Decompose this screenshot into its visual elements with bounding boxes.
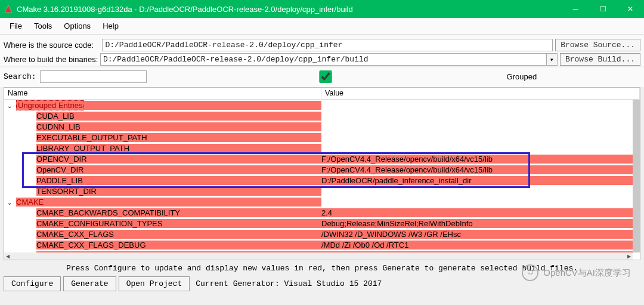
entry-name: EXECUTABLE_OUTPUT_PATH — [36, 133, 321, 142]
entry-name: CMAKE_CXX_FLAGS — [36, 230, 321, 239]
table-row[interactable]: PADDLE_LIBD:/PaddleOCR/paddle_inference_… — [4, 175, 633, 186]
expander-icon[interactable]: ⌄ — [4, 103, 15, 109]
entry-name: OPENCV_DIR — [36, 155, 321, 164]
source-label: Where is the source code: — [4, 41, 102, 50]
configure-button[interactable]: Configure — [4, 276, 61, 291]
cmake-logo-icon — [4, 4, 13, 14]
scroll-left-icon[interactable]: ◀ — [4, 252, 11, 260]
table-header: Name Value — [4, 88, 640, 100]
vertical-scrollbar[interactable] — [633, 100, 640, 252]
table-row[interactable]: CUDA_LIB — [4, 110, 633, 121]
entry-value[interactable]: D:/PaddleOCR/paddle_inference_install_di… — [321, 176, 633, 185]
build-label: Where to build the binaries: — [4, 55, 100, 64]
entry-value[interactable]: /DWIN32 /D_WINDOWS /W3 /GR /EHsc — [321, 230, 633, 239]
entry-name: CMAKE_CXX_FLAGS_DEBUG — [36, 241, 321, 249]
table-row[interactable]: CUDNN_LIB — [4, 121, 633, 132]
table-row[interactable]: LIBRARY_OUTPUT_PATH — [4, 143, 633, 153]
grouped-checkbox[interactable]: Grouped — [147, 70, 537, 83]
col-value-header[interactable]: Value — [321, 88, 640, 99]
open-project-button[interactable]: Open Project — [119, 276, 190, 291]
table-row[interactable]: ⌄Ungrouped Entries — [4, 100, 633, 110]
minimize-button[interactable]: ─ — [562, 0, 589, 18]
menu-help[interactable]: Help — [97, 19, 125, 33]
entry-name: TENSORRT_DIR — [36, 187, 321, 196]
entry-value[interactable]: /MDd /Zi /Ob0 /Od /RTC1 — [321, 241, 633, 249]
search-label: Search: — [4, 72, 36, 81]
expander-icon[interactable]: ⌄ — [4, 199, 15, 206]
source-input[interactable] — [102, 39, 553, 51]
table-row[interactable]: CMAKE_CXX_FLAGS/DWIN32 /D_WINDOWS /W3 /G… — [4, 229, 633, 239]
browse-source-button[interactable]: Browse Source... — [555, 39, 640, 51]
build-input[interactable] — [100, 53, 547, 66]
group-label: Ungrouped Entries — [16, 100, 84, 110]
group-label: CMAKE — [16, 198, 44, 207]
entry-name: CUDA_LIB — [36, 112, 321, 121]
menu-tools[interactable]: Tools — [28, 19, 58, 33]
table-row[interactable]: EXECUTABLE_OUTPUT_PATH — [4, 132, 633, 143]
close-button[interactable]: ✕ — [617, 0, 644, 18]
menu-file[interactable]: File — [4, 19, 28, 33]
table-row[interactable]: OPENCV_DIRF:/OpenCV4.4_Release/opencv/bu… — [4, 153, 633, 164]
entry-name: CMAKE_BACKWARDS_COMPATIBILITY — [36, 208, 321, 217]
table-row[interactable]: OpenCV_DIRF:/OpenCV4.4_Release/opencv/bu… — [4, 164, 633, 175]
maximize-button[interactable]: ☐ — [589, 0, 617, 18]
entry-name: CUDNN_LIB — [36, 122, 321, 131]
entry-value[interactable]: 2.4 — [321, 208, 633, 217]
table-row[interactable]: CMAKE_CONFIGURATION_TYPESDebug;Release;M… — [4, 218, 633, 229]
generate-button[interactable]: Generate — [63, 276, 116, 291]
table-row[interactable]: CMAKE_BACKWARDS_COMPATIBILITY2.4 — [4, 207, 633, 218]
entry-name: PADDLE_LIB — [36, 176, 321, 185]
col-name-header[interactable]: Name — [4, 88, 321, 99]
entry-name: OpenCV_DIR — [36, 165, 321, 174]
entry-value[interactable]: Debug;Release;MinSizeRel;RelWithDebInfo — [321, 219, 633, 228]
menu-options[interactable]: Options — [58, 19, 97, 33]
table-row[interactable]: TENSORRT_DIR — [4, 186, 633, 196]
cache-table[interactable]: Name Value ⌄Ungrouped Entries CUDA_LIBCU… — [4, 87, 640, 260]
search-input[interactable] — [40, 70, 147, 83]
table-row[interactable]: ⌄CMAKE — [4, 196, 633, 207]
table-row[interactable]: CMAKE_CXX_FLAGS_DEBUG/MDd /Zi /Ob0 /Od /… — [4, 239, 633, 250]
entry-name: CMAKE_CONFIGURATION_TYPES — [36, 219, 321, 228]
current-generator-label: Current Generator: Visual Studio 15 2017 — [196, 279, 382, 288]
titlebar: CMake 3.16.20191008-g6d132da - D:/Paddle… — [0, 0, 644, 18]
horizontal-scrollbar[interactable]: ◀ ▶ — [4, 252, 633, 260]
menubar: File Tools Options Help — [0, 18, 644, 35]
entry-name: LIBRARY_OUTPUT_PATH — [36, 144, 321, 153]
entry-value[interactable]: F:/OpenCV4.4_Release/opencv/build/x64/vc… — [321, 165, 633, 174]
status-text: Press Configure to update and display ne… — [0, 260, 644, 274]
build-dropdown-icon[interactable]: ▾ — [547, 53, 558, 66]
scroll-right-icon[interactable]: ▶ — [626, 252, 633, 260]
browse-build-button[interactable]: Browse Build... — [560, 53, 640, 66]
advanced-checkbox[interactable]: Advanced — [540, 70, 644, 83]
entry-value[interactable]: F:/OpenCV4.4_Release/opencv/build/x64/vc… — [321, 155, 633, 164]
window-title: CMake 3.16.20191008-g6d132da - D:/Paddle… — [17, 5, 353, 14]
